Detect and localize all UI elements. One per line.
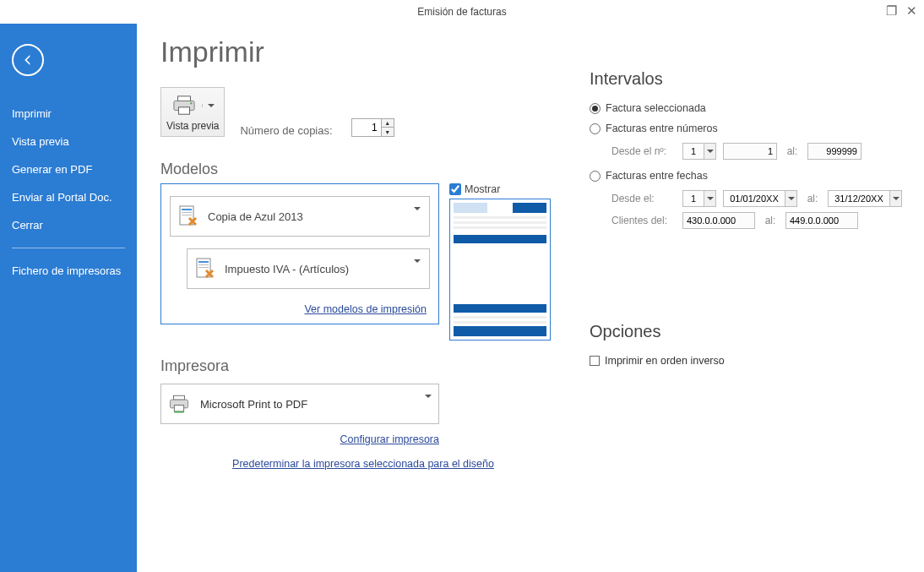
vista-previa-label: Vista previa xyxy=(166,120,219,132)
printer-icon xyxy=(168,392,190,416)
titlebar: Emisión de facturas ❐ ✕ xyxy=(0,0,924,24)
copies-up[interactable]: ▲ xyxy=(382,119,394,128)
chevron-down-icon xyxy=(788,197,795,200)
cliente-desde-input[interactable] xyxy=(682,212,755,229)
model-secondary-label: Impuesto IVA - (Artículos) xyxy=(225,263,405,275)
printer-select[interactable]: Microsoft Print to PDF xyxy=(160,384,439,424)
copies-label: Número de copias: xyxy=(240,124,332,137)
desde-numero-label: Desde el nº: xyxy=(611,145,676,157)
close-icon[interactable]: ✕ xyxy=(905,3,917,19)
intervalos-heading: Intervalos xyxy=(590,69,902,89)
radio-entre-numeros[interactable]: Facturas entre números xyxy=(590,123,902,134)
ver-modelos-link[interactable]: Ver modelos de impresión xyxy=(304,303,427,315)
copies-input[interactable] xyxy=(352,119,381,136)
svg-rect-12 xyxy=(174,395,185,400)
orden-inverso-row[interactable]: Imprimir en orden inverso xyxy=(590,355,902,367)
chevron-down-icon xyxy=(425,395,432,411)
opciones-heading: Opciones xyxy=(590,322,902,341)
mostrar-checkbox[interactable] xyxy=(449,183,461,195)
vista-previa-dropdown[interactable] xyxy=(202,104,215,107)
svg-rect-6 xyxy=(182,212,192,213)
sidebar-item-generar-pdf[interactable]: Generar en PDF xyxy=(0,155,137,183)
radio-label: Facturas entre números xyxy=(606,123,718,134)
template-icon xyxy=(177,204,199,228)
radio-factura-seleccionada[interactable]: Factura seleccionada xyxy=(590,102,902,114)
desde-fecha-input[interactable] xyxy=(723,190,797,207)
sidebar-item-cerrar[interactable]: Cerrar xyxy=(0,211,137,239)
al-label: al: xyxy=(784,145,801,157)
radio-icon xyxy=(590,123,601,134)
chevron-down-icon xyxy=(414,207,421,223)
mostrar-label: Mostrar xyxy=(465,183,500,195)
chevron-down-icon xyxy=(208,104,215,107)
model-secondary-select[interactable]: Impuesto IVA - (Artículos) xyxy=(187,248,430,289)
radio-icon xyxy=(590,103,601,114)
predeterminar-impresora-link[interactable]: Predeterminar la impresora seleccionada … xyxy=(232,458,494,470)
svg-rect-14 xyxy=(174,406,183,411)
svg-rect-0 xyxy=(177,96,190,101)
desde-el-label: Desde el: xyxy=(611,193,676,204)
chevron-down-icon xyxy=(414,259,421,275)
orden-inverso-label: Imprimir en orden inverso xyxy=(605,355,725,367)
cliente-hasta-input[interactable] xyxy=(785,212,858,229)
desde-numero-input[interactable] xyxy=(723,143,777,160)
svg-rect-11 xyxy=(198,267,209,268)
maximize-icon[interactable]: ❐ xyxy=(885,3,897,19)
sidebar-item-imprimir[interactable]: Imprimir xyxy=(0,100,137,128)
printer-label: Microsoft Print to PDF xyxy=(200,398,415,411)
radio-icon xyxy=(590,171,601,182)
sidebar-separator xyxy=(12,248,125,248)
impresora-heading: Impresora xyxy=(160,357,564,375)
modelos-heading: Modelos xyxy=(160,161,564,178)
clientes-del-label: Clientes del: xyxy=(611,215,676,226)
template-thumbnail[interactable] xyxy=(449,199,551,340)
radio-label: Factura seleccionada xyxy=(606,102,706,114)
copies-down[interactable]: ▼ xyxy=(382,128,394,136)
svg-rect-15 xyxy=(174,411,183,413)
al-label: al: xyxy=(762,215,779,226)
svg-rect-2 xyxy=(178,107,189,114)
svg-rect-7 xyxy=(182,215,192,215)
chevron-down-icon xyxy=(707,197,714,200)
desde-numero-series[interactable] xyxy=(682,143,716,160)
page-title: Imprimir xyxy=(160,35,564,68)
svg-rect-10 xyxy=(198,264,209,265)
checkbox-icon xyxy=(590,356,600,366)
mostrar-checkbox-row[interactable]: Mostrar xyxy=(449,183,551,195)
template-icon xyxy=(194,257,216,281)
vista-previa-button[interactable]: Vista previa xyxy=(160,87,225,137)
back-button[interactable] xyxy=(12,44,44,76)
printer-icon xyxy=(171,95,197,117)
svg-rect-5 xyxy=(182,209,192,210)
radio-entre-fechas[interactable]: Facturas entre fechas xyxy=(590,170,902,182)
desde-fecha-series[interactable] xyxy=(682,190,716,207)
chevron-down-icon xyxy=(893,197,900,200)
hasta-numero-input[interactable] xyxy=(807,143,861,160)
radio-label: Facturas entre fechas xyxy=(606,170,708,182)
sidebar: Imprimir Vista previa Generar en PDF Env… xyxy=(0,24,137,572)
sidebar-item-enviar-portal[interactable]: Enviar al Portal Doc. xyxy=(0,183,137,211)
modelos-selection-box: Copia de Azul 2013 Impuesto IVA - (Artíc… xyxy=(160,183,439,324)
model-primary-select[interactable]: Copia de Azul 2013 xyxy=(170,196,430,237)
al-label: al: xyxy=(804,193,821,204)
sidebar-item-vista-previa[interactable]: Vista previa xyxy=(0,128,137,155)
sidebar-item-fichero-impresoras[interactable]: Fichero de impresoras xyxy=(0,257,137,285)
svg-rect-9 xyxy=(198,261,209,263)
window-title: Emisión de facturas xyxy=(417,6,506,18)
chevron-down-icon xyxy=(707,150,714,153)
hasta-fecha-input[interactable] xyxy=(828,190,902,207)
configurar-impresora-link[interactable]: Configurar impresora xyxy=(340,433,439,445)
model-primary-label: Copia de Azul 2013 xyxy=(208,210,405,223)
svg-point-3 xyxy=(190,102,192,104)
copies-spinner[interactable]: ▲▼ xyxy=(351,118,394,137)
